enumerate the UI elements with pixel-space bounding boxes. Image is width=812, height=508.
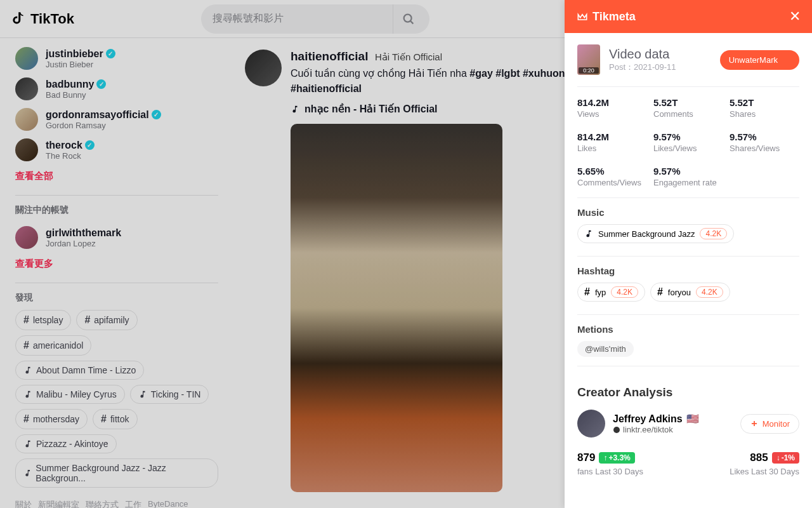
creator-link[interactable]: linktr.ee/tiktok (613, 425, 699, 434)
video-date: Post：2021-09-11 (609, 62, 676, 73)
creator-analysis-title: Creator Analysis (577, 375, 799, 410)
creator-avatar[interactable] (577, 410, 605, 438)
stat-views: 814.2MViews (577, 97, 647, 119)
stat-commentsviews: 5.65%Comments/Views (577, 166, 647, 187)
hashtag-section-title: Hashtag (577, 265, 799, 276)
video-data-title: Video data (609, 47, 676, 62)
close-icon[interactable]: ✕ (789, 8, 801, 25)
tikmeta-panel: Tikmeta ✕ 0:20 Video data Post：2021-09-1… (565, 0, 812, 508)
stat-engagementrate: 9.57%Engagement rate (653, 166, 723, 187)
tikmeta-logo: Tikmeta (576, 10, 636, 23)
creator-name[interactable]: Jeffrey Adkins🇺🇸 (613, 413, 699, 425)
video-duration: 0:20 (579, 67, 599, 74)
video-thumbnail[interactable]: 0:20 (577, 44, 600, 75)
stat-likes: 814.2MLikes (577, 131, 647, 153)
kpi-fans: 879↑ +3.3% fans Last 30 Days (577, 451, 643, 476)
hashtag-chip[interactable]: #fyp4.2K (577, 283, 645, 302)
kpi-likes: 885↓ -1% Likes Last 30 Days (730, 451, 799, 476)
mention-chip[interactable]: @wills'mith (577, 341, 634, 357)
monitor-button[interactable]: Monitor (740, 414, 799, 434)
mentions-section-title: Metions (577, 324, 799, 335)
hashtag-chip[interactable]: #foryou4.2K (650, 283, 730, 302)
stat-sharesviews: 9.57%Shares/Views (730, 131, 799, 153)
music-section-title: Music (577, 207, 799, 218)
music-chip[interactable]: Summer Background Jazz4.2K (577, 224, 734, 243)
unwatermark-button[interactable]: UnwaterMark (720, 50, 799, 70)
svg-point-1 (613, 427, 620, 433)
stat-likesviews: 9.57%Likes/Views (653, 131, 723, 153)
stat-shares: 5.52TShares (730, 97, 799, 119)
stat-comments: 5.52TComments (653, 97, 723, 119)
